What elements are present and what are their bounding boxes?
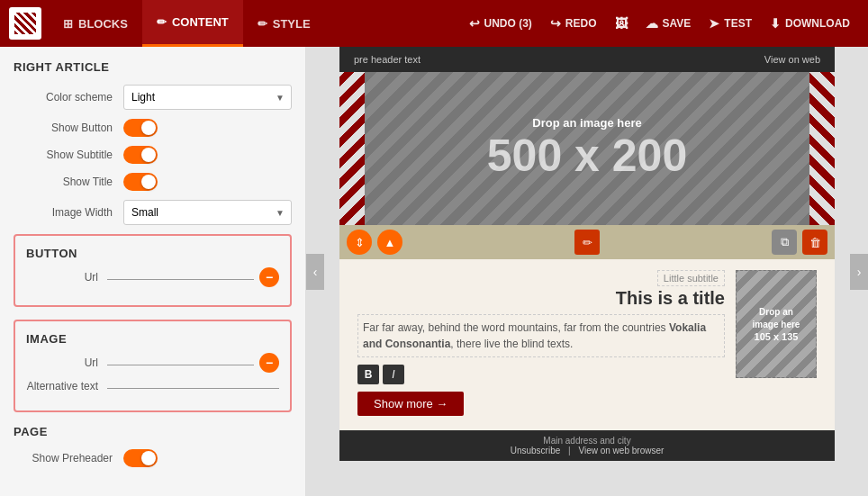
subtitle-text: Little subtitle [657,270,725,286]
style-edit-icon: ✏ [258,17,267,31]
body-text: Far far away, behind the word mountains,… [357,314,725,357]
button-url-row: Url − [26,267,279,287]
nav-logo [9,7,41,40]
show-subtitle-row: Show Subtitle [14,146,292,164]
image-alt-row: Alternative text [26,380,279,392]
download-label: DOWNLOAD [785,17,850,30]
main-layout: RIGHT ARTICLE Color scheme Light Dark Cu… [0,47,868,496]
tab-blocks[interactable]: ⊞ BLOCKS [49,0,142,47]
show-more-button[interactable]: Show more → [357,392,464,416]
show-subtitle-label: Show Subtitle [14,149,113,161]
show-button-label: Show Button [14,122,113,134]
canvas-scroll-left[interactable]: ‹ [306,254,324,290]
show-preheader-row: Show Preheader [14,449,292,467]
image-section-title: IMAGE [26,332,279,346]
zigzag-right-decoration [809,72,835,225]
redo-button[interactable]: ↪ REDO [541,16,606,31]
footer-links: Unsubscribe | View on web browser [345,446,829,455]
color-scheme-select-wrap: Light Dark Custom ▼ [123,85,292,110]
button-url-input[interactable] [107,275,254,280]
redo-label: REDO [565,17,597,30]
small-image-drop[interactable]: Drop animage here 105 x 135 [736,270,817,378]
image-button[interactable]: 🖼 [606,16,637,31]
show-preheader-label: Show Preheader [14,452,113,464]
show-title-toggle[interactable] [123,173,158,191]
color-scheme-select[interactable]: Light Dark Custom [123,85,292,110]
hero-drop-label: Drop an image here [532,116,641,130]
test-label: TEST [724,17,752,30]
content-area: Little subtitle This is a title Far far … [339,259,835,430]
top-nav: ⊞ BLOCKS ✏ CONTENT ✏ STYLE ↩ UNDO (3) ↪ … [0,0,868,47]
text-format-toolbar: B I [357,365,725,384]
image-width-select-wrap: Small Medium Large ▼ [123,200,292,225]
pre-header-bar: pre header text View on web [339,47,835,72]
image-width-select[interactable]: Small Medium Large [123,200,292,225]
email-footer: Main address and city Unsubscribe | View… [339,430,835,461]
page-section: PAGE Show Preheader [14,425,292,467]
image-url-label: Url [26,356,98,369]
hero-section: Drop an image here 500 x 200 [339,72,835,225]
tab-blocks-label: BLOCKS [78,17,128,31]
bold-button[interactable]: B [357,365,379,384]
zigzag-left-decoration [339,72,365,225]
image-url-clear-button[interactable]: − [259,353,279,373]
copy-block-button[interactable]: ⧉ [772,230,797,255]
test-icon: ➤ [709,16,719,31]
tab-content[interactable]: ✏ CONTENT [142,0,243,47]
show-button-row: Show Button [14,119,292,137]
tab-content-label: CONTENT [172,15,229,29]
tab-style-label: STYLE [273,17,311,31]
button-section-title: BUTTON [26,247,279,260]
image-section: IMAGE Url − Alternative text [14,320,292,412]
undo-icon: ↩ [469,16,480,31]
test-button[interactable]: ➤ TEST [700,16,761,31]
redo-icon: ↪ [550,16,561,31]
view-on-web-link[interactable]: View on web [764,54,820,65]
email-canvas: pre header text View on web Drop an imag… [339,47,835,461]
download-button[interactable]: ⬇ DOWNLOAD [761,16,859,31]
image-alt-label: Alternative text [26,380,98,392]
content-text-area: Little subtitle This is a title Far far … [357,270,725,416]
button-url-clear-button[interactable]: − [259,267,279,287]
show-subtitle-toggle[interactable] [123,146,158,164]
color-scheme-row: Color scheme Light Dark Custom ▼ [14,85,292,110]
title-text: This is a title [357,288,725,309]
tab-style[interactable]: ✏ STYLE [243,0,325,47]
download-icon: ⬇ [770,16,781,31]
footer-view-web-link[interactable]: View on web browser [578,446,664,455]
show-title-row: Show Title [14,173,292,191]
content-edit-icon: ✏ [157,15,167,29]
image-url-row: Url − [26,353,279,373]
image-url-input[interactable] [107,361,254,365]
move-block-button[interactable]: ⇕ [347,230,372,255]
block-edit-toolbar: ⇕ ▲ ✏ ⧉ 🗑 [339,225,835,259]
hero-size-label: 500 x 200 [487,130,687,182]
delete-block-button[interactable]: 🗑 [802,230,827,255]
italic-button[interactable]: I [383,365,404,384]
small-img-size-text: 105 x 135 [755,331,799,342]
footer-unsubscribe-link[interactable]: Unsubscribe [511,446,561,455]
button-section: BUTTON Url − [14,234,292,307]
show-preheader-toggle[interactable] [123,449,158,467]
footer-separator: | [568,446,571,455]
show-button-toggle[interactable] [123,119,158,137]
left-panel: RIGHT ARTICLE Color scheme Light Dark Cu… [0,47,306,496]
button-url-label: Url [26,271,98,284]
image-width-label: Image Width [14,206,113,219]
subtitle-container: Little subtitle [357,270,725,286]
edit-content-button[interactable]: ✏ [574,230,600,255]
page-section-title: PAGE [14,425,292,438]
save-cloud-icon: ☁ [646,16,658,31]
blocks-icon: ⊞ [63,17,73,31]
move-up-button[interactable]: ▲ [377,230,402,255]
canvas-scroll-right[interactable]: › [850,254,868,290]
footer-address: Main address and city [345,436,829,446]
color-scheme-label: Color scheme [14,91,113,104]
image-alt-input[interactable] [107,384,279,389]
undo-button[interactable]: ↩ UNDO (3) [460,16,541,31]
hero-image-drop[interactable]: Drop an image here 500 x 200 [365,72,809,225]
image-width-row: Image Width Small Medium Large ▼ [14,200,292,225]
logo-icon [14,13,36,34]
image-icon: 🖼 [615,16,628,31]
save-button[interactable]: ☁ SAVE [637,16,701,31]
